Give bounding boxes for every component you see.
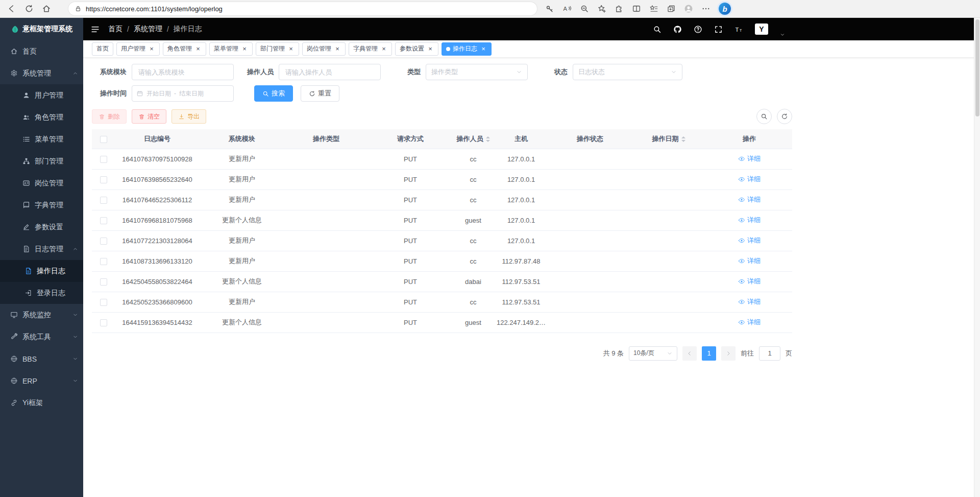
column-label[interactable]: 操作人员 bbox=[457, 135, 483, 143]
tab-menu[interactable]: 菜单管理× bbox=[209, 42, 253, 56]
detail-link[interactable]: 详细 bbox=[738, 297, 761, 306]
close-icon[interactable]: × bbox=[427, 45, 434, 53]
reset-button[interactable]: 重置 bbox=[301, 85, 339, 102]
detail-link[interactable]: 详细 bbox=[738, 236, 761, 245]
sidebar-item-role[interactable]: 角色管理 bbox=[0, 106, 83, 128]
browser-back-icon[interactable] bbox=[7, 4, 16, 13]
prev-page-button[interactable] bbox=[682, 346, 697, 361]
goto-page-input[interactable] bbox=[759, 346, 780, 361]
detail-link[interactable]: 详细 bbox=[738, 256, 761, 266]
close-icon[interactable]: × bbox=[148, 45, 155, 53]
favorites-bar-icon[interactable] bbox=[649, 4, 658, 13]
close-icon[interactable]: × bbox=[334, 45, 341, 53]
row-checkbox[interactable] bbox=[100, 278, 107, 286]
tab-dict[interactable]: 字典管理× bbox=[349, 42, 392, 56]
github-icon[interactable] bbox=[673, 25, 682, 34]
help-icon[interactable] bbox=[694, 25, 702, 34]
sidebar-item-tools[interactable]: 系统工具 bbox=[0, 326, 83, 348]
page-size-select[interactable]: 10条/页 bbox=[629, 346, 677, 361]
row-checkbox[interactable] bbox=[100, 197, 107, 204]
sidebar-item-home[interactable]: 首页 bbox=[0, 40, 83, 62]
tab-post[interactable]: 岗位管理× bbox=[302, 42, 346, 56]
select-all-checkbox[interactable] bbox=[100, 136, 107, 143]
sidebar-item-bbs[interactable]: BBS bbox=[0, 348, 83, 370]
row-checkbox[interactable] bbox=[100, 299, 107, 306]
user-logo-badge[interactable]: Y bbox=[755, 23, 768, 35]
password-icon[interactable] bbox=[545, 4, 554, 13]
detail-link[interactable]: 详细 bbox=[738, 195, 761, 204]
search-button[interactable]: 搜索 bbox=[254, 85, 293, 102]
detail-link[interactable]: 详细 bbox=[738, 154, 761, 163]
row-checkbox[interactable] bbox=[100, 238, 107, 245]
read-aloud-icon[interactable]: A bbox=[562, 4, 572, 13]
add-favorite-icon[interactable] bbox=[597, 4, 606, 13]
detail-link[interactable]: 详细 bbox=[738, 175, 761, 184]
close-icon[interactable]: × bbox=[480, 45, 487, 53]
bing-icon[interactable]: b bbox=[719, 3, 731, 15]
tab-operlog[interactable]: 操作日志× bbox=[442, 42, 492, 56]
extensions-icon[interactable] bbox=[615, 4, 624, 13]
clear-button[interactable]: 清空 bbox=[132, 109, 166, 124]
scrollbar-thumb[interactable] bbox=[975, 19, 979, 116]
row-checkbox[interactable] bbox=[100, 156, 107, 163]
profile-avatar[interactable] bbox=[684, 4, 693, 13]
row-checkbox[interactable] bbox=[100, 176, 107, 183]
row-checkbox[interactable] bbox=[100, 217, 107, 224]
toggle-search-button[interactable] bbox=[756, 109, 772, 124]
sidebar-item-user[interactable]: 用户管理 bbox=[0, 84, 83, 106]
row-checkbox[interactable] bbox=[100, 319, 107, 326]
close-icon[interactable]: × bbox=[287, 45, 295, 53]
app-logo[interactable]: 意框架管理系统 bbox=[0, 18, 83, 40]
user-menu-caret-icon[interactable] bbox=[780, 32, 785, 37]
sidebar-item-monitor[interactable]: 系统监控 bbox=[0, 304, 83, 326]
date-range-picker[interactable]: 开始日期 - 结束日期 bbox=[132, 85, 234, 102]
sidebar-item-logmgmt[interactable]: 日志管理 bbox=[0, 238, 83, 260]
font-size-icon[interactable]: TT bbox=[734, 25, 743, 34]
breadcrumb-item-home[interactable]: 首页 bbox=[108, 25, 122, 34]
sort-caret-icon[interactable] bbox=[486, 136, 490, 142]
address-bar[interactable]: https://ccnetcore.com:1101/system/log/op… bbox=[68, 2, 537, 15]
delete-button[interactable]: 删除 bbox=[92, 109, 127, 124]
row-checkbox[interactable] bbox=[100, 258, 107, 265]
collections-icon[interactable] bbox=[667, 4, 676, 13]
sidebar-item-dict[interactable]: 字典管理 bbox=[0, 194, 83, 216]
column-label[interactable]: 操作日期 bbox=[652, 135, 679, 143]
tab-role[interactable]: 角色管理× bbox=[163, 42, 206, 56]
split-screen-icon[interactable] bbox=[632, 4, 641, 13]
sidebar-item-post[interactable]: 岗位管理 bbox=[0, 172, 83, 194]
status-select[interactable]: 日志状态 bbox=[573, 64, 682, 80]
sidebar-item-param[interactable]: 参数设置 bbox=[0, 216, 83, 238]
browser-menu-icon[interactable] bbox=[701, 4, 710, 13]
tab-param[interactable]: 参数设置× bbox=[395, 42, 438, 56]
detail-link[interactable]: 详细 bbox=[738, 318, 761, 327]
next-page-button[interactable] bbox=[721, 346, 736, 361]
sidebar-item-loginlog[interactable]: 登录日志 bbox=[0, 282, 83, 304]
browser-home-icon[interactable] bbox=[42, 4, 51, 13]
sidebar-item-dept[interactable]: 部门管理 bbox=[0, 150, 83, 172]
sidebar-item-yi[interactable]: Yi框架 bbox=[0, 392, 83, 414]
fullscreen-icon[interactable] bbox=[714, 25, 723, 34]
sidebar-item-system[interactable]: 系统管理 bbox=[0, 62, 83, 84]
close-icon[interactable]: × bbox=[380, 45, 387, 53]
page-scrollbar[interactable] bbox=[974, 18, 980, 497]
module-input[interactable] bbox=[132, 64, 234, 80]
tab-user[interactable]: 用户管理× bbox=[116, 42, 160, 56]
sidebar-item-erp[interactable]: ERP bbox=[0, 370, 83, 392]
zoom-out-icon[interactable] bbox=[580, 4, 589, 13]
tab-dept[interactable]: 部门管理× bbox=[256, 42, 299, 56]
close-icon[interactable]: × bbox=[194, 45, 202, 53]
type-select[interactable]: 操作类型 bbox=[426, 64, 528, 80]
refresh-table-button[interactable] bbox=[777, 109, 792, 124]
page-number-1[interactable]: 1 bbox=[702, 346, 716, 361]
sidebar-item-menu[interactable]: 菜单管理 bbox=[0, 128, 83, 150]
export-button[interactable]: 导出 bbox=[172, 109, 206, 124]
detail-link[interactable]: 详细 bbox=[738, 277, 761, 286]
sort-caret-icon[interactable] bbox=[681, 136, 685, 142]
header-search-icon[interactable] bbox=[653, 25, 662, 34]
detail-link[interactable]: 详细 bbox=[738, 216, 761, 225]
operator-input[interactable] bbox=[279, 64, 381, 80]
breadcrumb-item-system[interactable]: 系统管理 bbox=[134, 25, 162, 34]
sidebar-item-operlog[interactable]: 操作日志 bbox=[0, 260, 83, 282]
tab-home[interactable]: 首页 bbox=[92, 42, 113, 56]
close-icon[interactable]: × bbox=[241, 45, 248, 53]
